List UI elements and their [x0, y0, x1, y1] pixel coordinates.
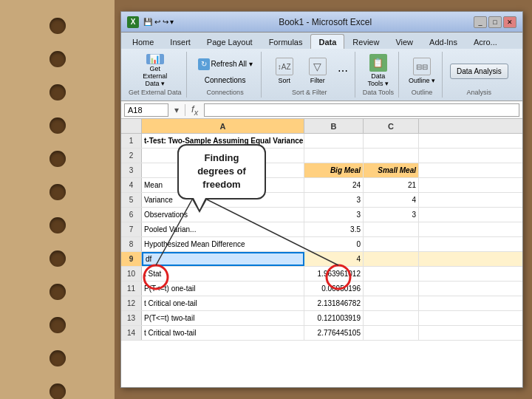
cell-b8[interactable]: 0 — [304, 237, 364, 251]
cell-a11[interactable]: P(T<=t) one-tail — [142, 282, 304, 296]
cell-b11[interactable]: 0.06050196 — [304, 282, 364, 296]
spiral-hole — [50, 250, 66, 267]
table-row: 7 Pooled Varian... 3.5 — [121, 222, 522, 237]
table-row: 14 t Critical two-tail 2.776445105 — [121, 326, 522, 341]
cell-c13[interactable] — [364, 311, 419, 325]
row-num-5: 5 — [121, 193, 142, 207]
cell-c2[interactable] — [364, 149, 419, 163]
tab-review[interactable]: Review — [344, 34, 387, 49]
cell-a13[interactable]: P(T<=t) two-tail — [142, 311, 304, 325]
cell-b1[interactable] — [304, 134, 364, 148]
data-analysis-button[interactable]: Data Analysis — [450, 64, 508, 79]
filter-icon: ▽ — [309, 58, 327, 75]
cell-c4[interactable]: 21 — [364, 178, 419, 192]
filter-button[interactable]: ▽ Filter — [302, 53, 333, 89]
connections-button[interactable]: Connections — [201, 74, 250, 86]
sort-filter-group-label: Sort & Filter — [292, 89, 327, 96]
row-num-1: 1 — [121, 134, 142, 148]
tab-home[interactable]: Home — [124, 34, 162, 49]
cell-c6[interactable]: 3 — [364, 208, 419, 222]
tab-acrobat[interactable]: Acro... — [466, 34, 505, 49]
outline-icon: ⊟⊟ — [413, 58, 431, 75]
cell-b7[interactable]: 3.5 — [304, 222, 364, 236]
connections-group-label: Connections — [207, 89, 244, 96]
refresh-all-button[interactable]: ↻ Refresh All ▾ — [194, 56, 256, 72]
table-row: 11 P(T<=t) one-tail 0.06050196 — [121, 282, 522, 296]
cell-b3[interactable]: Big Meal — [304, 163, 364, 177]
window-controls[interactable]: _ □ ✕ — [474, 16, 516, 28]
table-row: 10 t Stat 1.963961012 — [121, 267, 522, 282]
more-sort-button[interactable]: ⋯ — [335, 64, 350, 78]
get-external-data-group: 📊 Get ExternalData ▾ Get External Data — [124, 52, 187, 98]
excel-window: X 💾 ↩ ↪ ▾ Book1 - Microsoft Excel _ □ ✕ … — [120, 11, 523, 388]
tab-insert[interactable]: Insert — [162, 34, 199, 49]
tab-addins[interactable]: Add-Ins — [421, 34, 466, 49]
cell-c11[interactable] — [364, 282, 419, 296]
excel-icon: X — [127, 16, 139, 28]
cell-a8[interactable]: Hypothesized Mean Difference — [142, 237, 304, 251]
cell-a9-df[interactable]: df — [142, 252, 304, 266]
cell-a12[interactable]: t Critical one-tail — [142, 296, 304, 310]
cell-c3[interactable]: Small Meal — [364, 163, 419, 177]
data-tools-button[interactable]: 📋 DataTools ▾ — [363, 53, 394, 89]
data-tools-label: DataTools ▾ — [368, 73, 389, 88]
cell-c12[interactable] — [364, 296, 419, 310]
row-num-7: 7 — [121, 222, 142, 236]
cell-b10[interactable]: 1.963961012 — [304, 267, 364, 281]
cell-c10[interactable] — [364, 267, 419, 281]
title-bar: X 💾 ↩ ↪ ▾ Book1 - Microsoft Excel _ □ ✕ — [121, 12, 522, 33]
connections-buttons: ↻ Refresh All ▾ Connections — [194, 53, 256, 89]
table-row: 13 P(T<=t) two-tail 0.121003919 — [121, 311, 522, 326]
cell-b12[interactable]: 2.131846782 — [304, 296, 364, 310]
tab-view[interactable]: View — [387, 34, 421, 49]
cell-c5[interactable]: 4 — [364, 193, 419, 207]
spiral-hole — [50, 51, 66, 67]
cell-c1[interactable] — [364, 134, 419, 148]
outline-label: Outline ▾ — [409, 77, 435, 84]
col-header-c[interactable]: C — [364, 119, 419, 133]
restore-button[interactable]: □ — [488, 16, 502, 28]
connections-label: Connections — [205, 76, 246, 84]
cell-b9[interactable]: 4 — [304, 252, 364, 266]
name-box[interactable]: A18 — [124, 103, 168, 117]
cell-b5[interactable]: 3 — [304, 193, 364, 207]
tab-page-layout[interactable]: Page Layout — [199, 34, 261, 49]
formula-input[interactable] — [204, 103, 519, 117]
tab-data[interactable]: Data — [310, 34, 344, 49]
table-row: 12 t Critical one-tail 2.131846782 — [121, 296, 522, 311]
cell-a10[interactable]: t Stat — [142, 267, 304, 281]
connections-group: ↻ Refresh All ▾ Connections Connections — [190, 52, 262, 98]
cell-c14[interactable] — [364, 326, 419, 340]
get-external-data-button[interactable]: 📊 Get ExternalData ▾ — [140, 53, 171, 89]
spiral-hole — [50, 84, 66, 100]
spiral-hole — [50, 151, 66, 167]
window-title: Book1 - Microsoft Excel — [177, 17, 474, 27]
cell-c9[interactable] — [364, 252, 419, 266]
ribbon-content: 📊 Get ExternalData ▾ Get External Data ↻… — [121, 49, 522, 100]
outline-button[interactable]: ⊟⊟ Outline ▾ — [406, 53, 437, 89]
cell-b4[interactable]: 24 — [304, 178, 364, 192]
sort-button[interactable]: ↕AZ Sort — [269, 53, 300, 89]
cell-c7[interactable] — [364, 222, 419, 236]
col-header-b[interactable]: B — [304, 119, 364, 133]
excel-icon-text: X — [131, 18, 136, 26]
cell-b2[interactable] — [304, 149, 364, 163]
spiral-hole — [50, 383, 66, 399]
ribbon: Home Insert Page Layout Formulas Data Re… — [121, 33, 522, 101]
get-external-data-icon: 📊 — [146, 54, 164, 64]
cell-a7[interactable]: Pooled Varian... — [142, 222, 304, 236]
cell-b13[interactable]: 0.121003919 — [304, 311, 364, 325]
get-external-data-group-label: Get External Data — [129, 89, 182, 96]
minimize-button[interactable]: _ — [474, 16, 487, 28]
col-header-a[interactable]: A — [142, 119, 304, 133]
cell-a14[interactable]: t Critical two-tail — [142, 326, 304, 340]
row-num-14: 14 — [121, 326, 142, 340]
close-button[interactable]: ✕ — [503, 16, 516, 28]
cell-a6[interactable]: Observations — [142, 208, 304, 222]
spiral-holes — [0, 0, 115, 399]
cell-b14[interactable]: 2.776445105 — [304, 326, 364, 340]
cell-b6[interactable]: 3 — [304, 208, 364, 222]
tab-formulas[interactable]: Formulas — [261, 34, 311, 49]
row-num-2: 2 — [121, 149, 142, 163]
cell-c8[interactable] — [364, 237, 419, 251]
